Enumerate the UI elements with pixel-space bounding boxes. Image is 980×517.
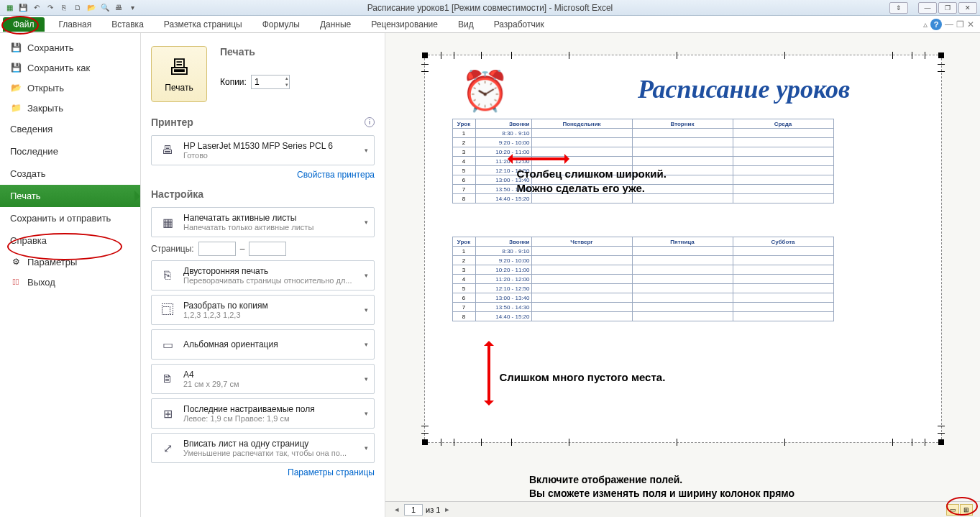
help-icon[interactable]: ? — [930, 19, 942, 30]
margins-icon: ⊞ — [157, 403, 178, 424]
qat-icon[interactable]: ⎘ — [58, 1, 70, 14]
qat-icon[interactable]: 🗋 — [71, 1, 84, 14]
tab-data[interactable]: Данные — [310, 17, 361, 32]
setting-duplex[interactable]: ⎘ Двусторонняя печатьПереворачивать стра… — [151, 260, 375, 290]
open-icon[interactable]: 📂 — [85, 1, 98, 14]
printer-icon: 🖶 — [168, 55, 190, 80]
print-header: Печать — [220, 46, 290, 58]
info-icon[interactable]: i — [365, 117, 375, 127]
exit-icon: �⃠ — [10, 276, 22, 288]
fit-icon: ⤢ — [157, 438, 178, 458]
preview-page: ⏰ Расписание уроков УрокЗвонкиПонедельни… — [424, 55, 942, 443]
ribbon-tabs: Файл Главная Вставка Разметка страницы Ф… — [0, 16, 980, 33]
page-of-label: из 1 — [426, 505, 440, 514]
print-button[interactable]: 🖶 Печать — [151, 46, 207, 102]
preview-icon[interactable]: 🔍 — [99, 1, 111, 14]
open-icon: 📂 — [10, 82, 22, 93]
pages-range: Страницы: – — [151, 242, 375, 256]
close-button[interactable]: ✕ — [958, 2, 977, 14]
printer-properties-link[interactable]: Свойства принтера — [151, 170, 375, 180]
print-icon[interactable]: 🖶 — [112, 1, 125, 14]
doc-minimize-icon[interactable]: — — [945, 19, 953, 29]
preview-status-bar: ◂ из 1 ▸ ▭ ⊞ — [385, 501, 980, 517]
copies-spinner[interactable]: 1 — [251, 75, 290, 89]
nav-options[interactable]: ⚙Параметры — [0, 252, 140, 272]
backstage-view: 💾Сохранить 💾Сохранить как 📂Открыть 📁Закр… — [0, 33, 980, 517]
show-margins-icon[interactable]: ⊞ — [960, 504, 973, 516]
landscape-icon: ▭ — [157, 334, 178, 354]
print-preview: ⏰ Расписание уроков УрокЗвонкиПонедельни… — [385, 33, 980, 517]
quick-access-toolbar: ▦ 💾 ↶ ↷ ⎘ 🗋 📂 🔍 🖶 ▾ — [3, 1, 139, 14]
setting-orientation[interactable]: ▭ Альбомная ориентация — [151, 329, 375, 360]
nav-new[interactable]: Создать — [0, 163, 140, 185]
minimize-button[interactable]: — — [918, 2, 937, 14]
nav-open[interactable]: 📂Открыть — [0, 78, 140, 98]
setting-paper-size[interactable]: 🗎 A421 см x 29,7 см — [151, 364, 375, 394]
annotation-arrow-h — [511, 157, 566, 160]
setting-print-what[interactable]: ▦ Напечатать активные листыНапечатать то… — [151, 207, 375, 237]
nav-recent[interactable]: Последние — [0, 140, 140, 163]
printer-status-icon: 🖶 — [157, 140, 178, 160]
page-to-input[interactable] — [249, 242, 286, 256]
nav-exit[interactable]: �⃠Выход — [0, 272, 140, 292]
next-page-button[interactable]: ▸ — [443, 505, 452, 514]
excel-icon[interactable]: ▦ — [3, 1, 16, 14]
print-settings-panel: 🖶 Печать Печать Копии: 1 Принтер i 🖶 HP … — [141, 33, 385, 517]
backstage-nav: 💾Сохранить 💾Сохранить как 📂Открыть 📁Закр… — [0, 33, 141, 517]
page-number-input[interactable] — [404, 504, 423, 516]
annotation-empty-space: Слишком много пустого места. — [500, 370, 666, 385]
save-icon[interactable]: 💾 — [17, 1, 29, 14]
setting-collate[interactable]: ⿹ Разобрать по копиям1,2,3 1,2,3 1,2,3 — [151, 295, 375, 325]
minimize-all-icon[interactable]: ⇕ — [889, 2, 908, 14]
prev-page-button[interactable]: ◂ — [393, 505, 401, 514]
redo-icon[interactable]: ↷ — [44, 1, 57, 14]
nav-share[interactable]: Сохранить и отправить — [0, 207, 140, 229]
setting-margins[interactable]: ⊞ Последние настраиваемые поляЛевое: 1,9… — [151, 398, 375, 429]
tab-view[interactable]: Вид — [448, 17, 484, 32]
title-bar: ▦ 💾 ↶ ↷ ⎘ 🗋 📂 🔍 🖶 ▾ Расписание уроков1 [… — [0, 0, 980, 16]
doc-close-icon[interactable]: ✕ — [967, 19, 974, 29]
annotation-arrow-v — [487, 344, 490, 402]
nav-save-as[interactable]: 💾Сохранить как — [0, 58, 140, 78]
options-icon: ⚙ — [10, 256, 22, 267]
clock-icon: ⏰ — [461, 68, 509, 114]
restore-button[interactable]: ❐ — [938, 2, 957, 14]
printer-selector[interactable]: 🖶 HP LaserJet M1530 MFP Series PCL 6 Гот… — [151, 135, 375, 165]
copies-label: Копии: — [220, 77, 247, 87]
sheets-icon: ▦ — [157, 212, 178, 232]
tab-insert[interactable]: Вставка — [101, 17, 154, 32]
schedule-table-2: УрокЗвонкиЧетвергПятницаСуббота 18:30 - … — [452, 237, 834, 321]
nav-help[interactable]: Справка — [0, 229, 140, 252]
duplex-icon: ⎘ — [157, 265, 178, 285]
undo-icon[interactable]: ↶ — [30, 1, 43, 14]
annotation-column-wide: Столбец слишком широкий. Можно сделать е… — [517, 167, 667, 195]
sheet-title: Расписание уроков — [547, 74, 941, 104]
ribbon-minimize-icon[interactable]: ▵ — [923, 19, 928, 29]
tab-developer[interactable]: Разработчик — [484, 17, 554, 32]
paper-icon: 🗎 — [157, 369, 178, 389]
tab-file[interactable]: Файл — [3, 17, 45, 32]
tab-page-layout[interactable]: Разметка страницы — [154, 17, 252, 32]
tab-review[interactable]: Рецензирование — [361, 17, 448, 32]
nav-info[interactable]: Сведения — [0, 118, 140, 140]
settings-header: Настройка — [151, 188, 375, 200]
save-as-icon: 💾 — [10, 62, 22, 73]
nav-print[interactable]: Печать — [0, 185, 140, 207]
page-setup-link[interactable]: Параметры страницы — [151, 467, 375, 477]
save-icon: 💾 — [10, 42, 22, 53]
qat-dropdown-icon[interactable]: ▾ — [126, 1, 139, 14]
nav-save[interactable]: 💾Сохранить — [0, 37, 140, 58]
window-title: Расписание уроков1 [Режим совместимости]… — [367, 3, 613, 13]
collate-icon: ⿹ — [157, 300, 178, 320]
nav-close[interactable]: 📁Закрыть — [0, 98, 140, 118]
zoom-to-page-icon[interactable]: ▭ — [946, 504, 959, 516]
page-from-input[interactable] — [198, 242, 236, 256]
close-icon: 📁 — [10, 102, 22, 114]
setting-scaling[interactable]: ⤢ Вписать лист на одну страницуУменьшени… — [151, 433, 375, 463]
printer-header: Принтер i — [151, 116, 375, 128]
tab-home[interactable]: Главная — [49, 17, 102, 32]
doc-restore-icon[interactable]: ❐ — [956, 19, 964, 29]
tab-formulas[interactable]: Формулы — [252, 17, 310, 32]
